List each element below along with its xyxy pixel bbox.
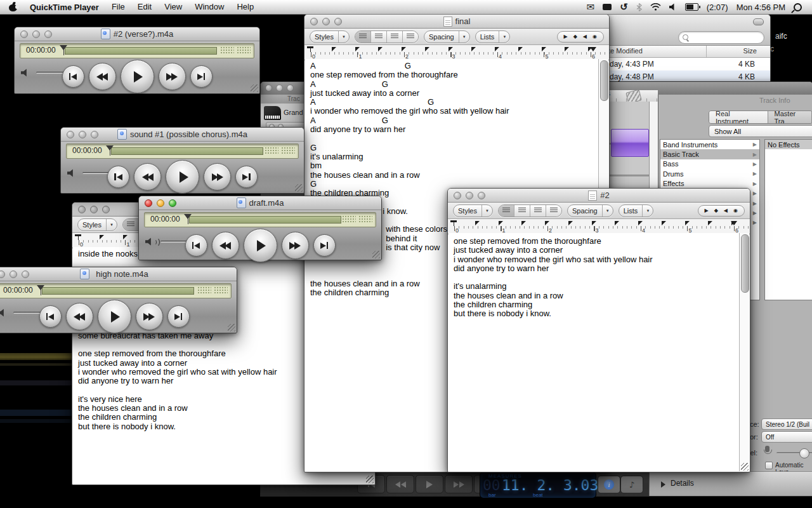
tab-stop-well[interactable]: ▶ ◆ ◀ ◉ [557, 31, 604, 43]
input-source-dropdown[interactable]: Stereo 1/2 (Buil [761, 418, 812, 430]
tab-stop-marker[interactable] [449, 47, 453, 51]
timeline[interactable]: 00:00:00 [20, 43, 254, 58]
tab-stop-marker[interactable] [565, 47, 569, 51]
go-to-start-button[interactable] [107, 166, 129, 188]
fast-forward-button[interactable] [282, 232, 309, 259]
align-center-button[interactable] [514, 205, 530, 217]
bluetooth-icon[interactable] [636, 3, 642, 11]
styles-dropdown[interactable]: Styles▼ [453, 204, 493, 217]
disclosure-triangle-icon[interactable] [661, 481, 665, 488]
zoom-button[interactable] [102, 206, 110, 213]
title-bar[interactable]: draft.m4a [139, 196, 381, 210]
go-to-end-button[interactable] [167, 305, 190, 328]
go-to-end-button[interactable] [313, 234, 336, 257]
wifi-icon[interactable] [650, 3, 661, 11]
minimize-button[interactable] [157, 199, 164, 207]
align-right-button[interactable] [546, 205, 561, 217]
effect-item-selected[interactable]: No Effects [765, 140, 812, 149]
tab-stop-marker[interactable] [592, 221, 596, 225]
timeline[interactable]: 00:00:00 [0, 283, 232, 298]
tab-stop-marker[interactable] [708, 221, 712, 225]
title-bar[interactable]: #2 (verse?).m4a [15, 27, 259, 41]
go-to-end-button[interactable] [190, 65, 213, 88]
styles-dropdown[interactable]: Styles▼ [310, 30, 350, 43]
zoom-button[interactable] [44, 30, 52, 38]
rewind-button[interactable] [89, 63, 116, 90]
minimize-button[interactable] [79, 131, 86, 138]
tab-real-instrument[interactable]: Real Instrument [709, 111, 768, 123]
battery-icon[interactable] [685, 3, 698, 11]
close-button[interactable] [454, 192, 461, 199]
menu-edit[interactable]: Edit [131, 0, 158, 14]
minimize-button[interactable] [32, 30, 40, 38]
show-all-dropdown[interactable]: Show All [709, 125, 812, 137]
close-button[interactable] [67, 131, 74, 138]
close-button[interactable] [0, 271, 5, 278]
minimize-button[interactable] [466, 192, 473, 199]
resize-grip[interactable] [741, 463, 749, 471]
align-left-button[interactable] [499, 205, 514, 217]
play-button[interactable] [98, 300, 131, 333]
rewind-button[interactable] [66, 303, 93, 330]
minimize-button[interactable] [276, 84, 283, 91]
tab-stop-marker[interactable] [685, 221, 690, 225]
instrument-category[interactable]: Drums▶ [660, 169, 759, 178]
playhead[interactable] [184, 214, 192, 219]
scroller-thumb[interactable] [741, 234, 749, 293]
tab-stop-marker[interactable] [475, 221, 480, 225]
minimize-button[interactable] [90, 206, 98, 213]
column-divider[interactable] [706, 46, 707, 57]
zoom-button[interactable] [22, 271, 29, 278]
resize-grip[interactable] [372, 251, 380, 258]
time-machine-icon[interactable]: ↺ [620, 4, 628, 10]
column-size[interactable]: Size [743, 47, 757, 55]
play-button[interactable] [121, 60, 154, 93]
align-right-button[interactable] [403, 31, 418, 43]
tab-stop-marker[interactable] [638, 221, 643, 225]
resize-grip[interactable] [366, 476, 374, 483]
mail-icon[interactable]: ✉ [587, 1, 595, 13]
align-justify-button[interactable] [530, 205, 546, 217]
tab-stop-marker[interactable] [378, 47, 383, 51]
tab-stop-marker[interactable] [568, 221, 573, 225]
left-tab-icon[interactable]: ◀ [724, 208, 728, 213]
desktop-file-label[interactable]: aifc [775, 32, 787, 41]
resize-grip[interactable] [251, 84, 258, 92]
playhead[interactable] [106, 145, 114, 150]
tab-stop-marker[interactable] [615, 221, 619, 225]
fast-forward-button[interactable] [445, 475, 473, 493]
playhead[interactable] [60, 45, 67, 50]
column-date-modified[interactable]: te Modified [608, 47, 643, 55]
volume-icon[interactable] [669, 3, 677, 11]
spotlight-icon[interactable] [794, 3, 802, 11]
tab-stop-marker[interactable] [425, 47, 429, 51]
menu-window[interactable]: Window [188, 0, 230, 14]
tab-stop-marker[interactable] [471, 47, 476, 51]
center-tab-icon[interactable]: ◉ [733, 208, 738, 213]
close-button[interactable] [265, 84, 272, 91]
media-browser-button[interactable]: ♪ [620, 476, 643, 493]
close-button[interactable] [310, 18, 318, 25]
right-tab-icon[interactable]: ▶ [705, 208, 709, 213]
rewind-button[interactable] [212, 232, 239, 259]
progress-track[interactable] [42, 287, 194, 295]
tab-master-track[interactable]: Master Tra [768, 111, 812, 123]
spacing-dropdown[interactable]: Spacing▼ [424, 30, 470, 43]
minimize-button[interactable] [10, 271, 17, 278]
battery-time[interactable]: (2:07) [707, 3, 728, 12]
timeline[interactable]: 00:00:00 [66, 144, 299, 159]
toolbar-toggle-button[interactable] [753, 18, 764, 25]
progress-track[interactable] [189, 216, 341, 224]
vertical-scrollbar[interactable] [739, 233, 749, 471]
zoom-button[interactable] [334, 18, 342, 25]
zoom-button[interactable] [287, 84, 294, 91]
app-menu[interactable]: QuickTime Player [23, 3, 105, 12]
timeline[interactable]: 00:00:00 [144, 212, 376, 227]
rewind-button[interactable] [134, 163, 161, 190]
instrument-category[interactable]: Basic Track▶ [660, 149, 759, 159]
align-center-button[interactable] [371, 31, 387, 43]
title-bar[interactable]: high note.m4a [0, 267, 237, 281]
rewind-button[interactable] [386, 475, 414, 493]
track-info-button[interactable]: i [598, 476, 620, 493]
menu-view[interactable]: View [158, 0, 188, 14]
